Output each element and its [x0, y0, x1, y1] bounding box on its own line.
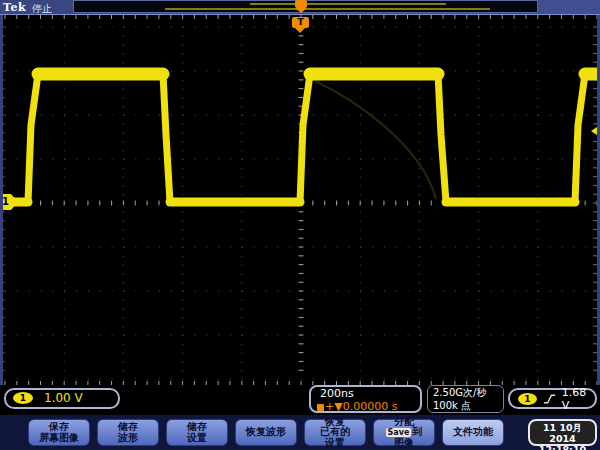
datetime-box: 11 10月2014 12:18:10 [528, 419, 597, 446]
record-preview-trace [165, 8, 490, 10]
softkey-save-setup[interactable]: 储存设置 [166, 419, 228, 446]
graticule-svg [0, 15, 600, 385]
softkey-recall-setup[interactable]: 恢复已有的设置 [304, 419, 366, 446]
topbar-right-panel [538, 0, 600, 14]
softkey-save-screen-image[interactable]: 保存屏幕图像 [28, 419, 90, 446]
acquisition-status: 停止 [32, 2, 52, 16]
rising-edge-icon [543, 393, 556, 405]
record-length-value: 100k 点 [428, 399, 503, 412]
softkey-label-line: 屏幕图像 [39, 433, 79, 444]
softkey-menu-bar: www.cntronics.com 11 10月2014 12:18:10 保存… [0, 415, 600, 450]
time-value: 12:18:10 [530, 444, 595, 450]
tek-logo: Tek [3, 1, 26, 14]
channel1-scale-readout[interactable]: 1 1.00 V [4, 388, 120, 409]
delay-prefix: +▼ [325, 400, 343, 413]
softkey-label-line: 波形 [118, 433, 138, 444]
trigger-delay-icon [317, 404, 324, 411]
softkey-label-line: 设置 [325, 438, 345, 449]
softkey-label-line: 文件功能 [453, 427, 493, 438]
date-value: 11 10月2014 [530, 422, 595, 444]
softkey-label-line: 保存 [49, 422, 69, 433]
trigger-position-marker-icon[interactable] [295, 0, 307, 13]
top-status-bar: Tek 停止 [0, 0, 600, 15]
horizontal-readout[interactable]: 200ns +▼0.00000 s [309, 385, 422, 413]
channel1-badge: 1 [13, 392, 33, 404]
softkey-file-utilities[interactable]: 文件功能 [442, 419, 504, 446]
trigger-readout[interactable]: 1 1.68 V [508, 388, 597, 409]
save-key-chip: Save [386, 428, 412, 437]
trigger-point-flag-icon: T [292, 17, 309, 35]
softkey-recall-waveform[interactable]: 恢复波形 [235, 419, 297, 446]
softkey-label-line: 恢复波形 [246, 427, 286, 438]
softkey-label-line: 分配 [394, 417, 414, 428]
softkey-label-line: 储存 [187, 422, 207, 433]
left-bezel-strip [0, 15, 3, 415]
trigger-delay-readout: +▼0.00000 s [317, 400, 397, 413]
sample-rate-value: 2.50G次/秒 [428, 386, 503, 399]
timebase-scale-value: 200ns [320, 387, 354, 400]
acquisition-readout: 2.50G次/秒 100k 点 [427, 385, 504, 413]
softkey-save-waveform[interactable]: 储存波形 [97, 419, 159, 446]
delay-value: 0.00000 s [343, 400, 398, 413]
readout-bar: 1 1.00 V 200ns +▼0.00000 s 2.50G次/秒 100k… [0, 385, 600, 415]
softkey-label-line: 储存 [118, 422, 138, 433]
softkey-label-line: 设置 [187, 433, 207, 444]
ch1-trace [0, 74, 600, 202]
softkey-label-line: 图像 [394, 438, 414, 449]
waveform-display: T 1 [0, 15, 600, 385]
channel1-scale-value: 1.00 V [44, 391, 83, 405]
record-preview-trace [250, 3, 446, 5]
trigger-level-value: 1.68 V [562, 386, 595, 412]
softkey-assign-save-to[interactable]: 分配Save到图像 [373, 419, 435, 446]
trigger-source-badge: 1 [518, 393, 537, 405]
